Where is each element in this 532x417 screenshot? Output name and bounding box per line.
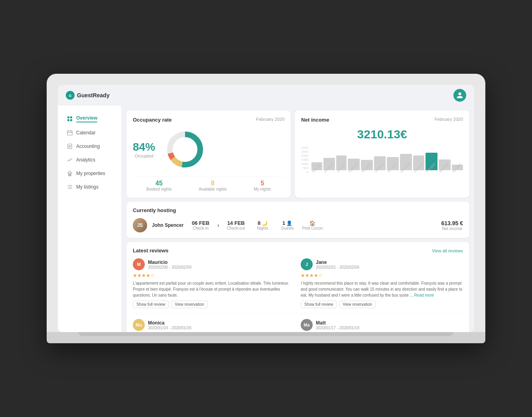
read-more-link[interactable]: Read more: [413, 293, 434, 297]
hosting-row: JS John Spencer 06 FEB Check-in › 14 FEB…: [133, 218, 463, 232]
guests-stat: 1 👤 Guests: [278, 220, 298, 230]
nights-stat: 8 🌙 Nights: [253, 220, 273, 230]
guest-name: John Spencer: [152, 222, 184, 228]
show-full-review-btn[interactable]: Show full review: [301, 301, 337, 308]
reviews-header: Latest reviews View all reviews: [133, 248, 463, 254]
moon-icon: 🌙: [262, 220, 268, 226]
my-nights-label: My nights: [254, 187, 271, 191]
review-user-row: Ma Matt 2020/01/17 - 2020/01/19: [301, 319, 463, 331]
sidebar: Overview Calendar Acco: [58, 106, 122, 332]
checkin-label: Check-in: [193, 226, 208, 230]
review-avatar-inner: J: [301, 258, 313, 270]
booked-nights: 45 Booked nights: [146, 180, 171, 191]
occupancy-header: Occupancy rate February 2020: [133, 117, 284, 123]
property-icon: 🏠: [309, 220, 315, 226]
occupancy-date: February 2020: [256, 117, 285, 122]
user-avatar-button[interactable]: [453, 89, 466, 102]
list-icon: [67, 184, 73, 190]
guests-value: 1: [282, 220, 285, 226]
review-user-name: Matt: [316, 320, 359, 326]
y-axis: 3000 2500 2000 1500 1000 500 0: [301, 146, 310, 174]
booked-nights-label: Booked nights: [146, 187, 171, 191]
review-user-info: Jane 2020/02/01 - 2020/02/06: [316, 260, 359, 269]
occupancy-body: 84% Occupied: [133, 128, 284, 171]
sidebar-item-my-listings[interactable]: My listings: [60, 181, 119, 193]
review-date: 2020/01/24 - 2020/01/26: [148, 326, 191, 330]
checkin-detail: 06 FEB Check-in: [189, 220, 213, 230]
view-reservation-btn[interactable]: View reservation: [171, 301, 208, 308]
my-nights: 5 My nights: [254, 180, 271, 191]
net-income-header: Net income February 2020: [301, 117, 463, 123]
checkout-date: 14 FEB: [227, 220, 245, 226]
bar-col: Aug 2019: [348, 159, 360, 174]
sidebar-item-overview[interactable]: Overview: [60, 112, 119, 126]
bar-col: Dec 2019: [400, 154, 412, 174]
occupancy-percentage: 84%: [133, 141, 155, 153]
bar-col: Jan 2020: [413, 155, 425, 174]
review-avatar: Ma: [301, 319, 313, 331]
view-all-reviews-link[interactable]: View all reviews: [432, 248, 463, 253]
stars: ★★★★☆: [301, 273, 463, 278]
hosting-title: Currently hosting: [133, 207, 463, 213]
review-user-info: Monica 2020/01/24 - 2020/01/26: [148, 320, 191, 330]
sidebar-accounting-label: Accounting: [76, 144, 100, 149]
sidebar-item-accounting[interactable]: Accounting: [60, 140, 119, 153]
review-avatar-inner: M: [133, 258, 145, 270]
svg-text:G: G: [69, 94, 71, 98]
my-nights-num: 5: [254, 180, 271, 187]
bar-col: Sep 2019: [361, 160, 373, 174]
main-content: Occupancy rate February 2020 84% Occupie…: [122, 106, 474, 332]
stars: ★★★★☆: [133, 273, 295, 278]
sidebar-analytics-label: Analytics: [76, 157, 95, 163]
review-user-info: Matt 2020/01/17 - 2020/01/19: [316, 320, 359, 330]
sidebar-item-analytics[interactable]: Analytics: [60, 153, 119, 166]
net-income-title: Net income: [301, 117, 329, 123]
sidebar-item-my-properties[interactable]: My properties: [60, 167, 119, 180]
svg-rect-6: [67, 131, 72, 135]
review-item: Mo Monica 2020/01/24 - 2020/01/26 ★★★★★: [133, 319, 295, 332]
sidebar-listings-label: My listings: [76, 184, 99, 190]
review-text: L'appartement est parfait pour un couple…: [133, 280, 295, 298]
review-user-info: Mauricio 2020/02/06 - 2020/02/09: [148, 260, 191, 269]
svg-rect-3: [70, 116, 72, 118]
property-stat: 🏠 Petit Cocon: [302, 220, 323, 230]
sidebar-item-calendar[interactable]: Calendar: [60, 126, 119, 139]
show-full-review-btn[interactable]: Show full review: [133, 301, 169, 308]
review-item: J Jane 2020/02/01 - 2020/02/06 ★★★★☆ I h…: [301, 258, 463, 313]
review-actions: Show full review View reservation: [301, 301, 463, 308]
bar-col: Apr 2020: [452, 165, 463, 174]
sidebar-calendar-label: Calendar: [76, 130, 96, 136]
review-user-name: Jane: [316, 260, 359, 265]
review-avatar-inner: Ma: [301, 319, 313, 331]
bar-col: Oct 2019: [374, 156, 385, 174]
review-actions: Show full review View reservation: [133, 301, 295, 308]
guests-label: Guests: [281, 226, 294, 230]
review-item: Ma Matt 2020/01/17 - 2020/01/19 ★★★★★: [301, 319, 463, 332]
reviews-grid: M Mauricio 2020/02/06 - 2020/02/09 ★★★★☆…: [133, 258, 463, 332]
view-reservation-btn[interactable]: View reservation: [339, 301, 376, 308]
calendar-icon: [67, 130, 73, 136]
review-date: 2020/02/06 - 2020/02/09: [148, 265, 191, 269]
property-label: Petit Cocon: [302, 226, 323, 230]
occupancy-label: Occupied: [133, 153, 155, 158]
svg-point-19: [67, 185, 68, 186]
bar-chart: May 201Jun 2019Jul 2019Aug 2019Sep 2019O…: [311, 146, 463, 174]
net-income-value: 3210.13€: [301, 128, 463, 141]
checkout-label: Check-out: [227, 226, 245, 230]
nights-row: 45 Booked nights 8 Available nights 5 My…: [133, 176, 284, 191]
available-nights-num: 8: [199, 180, 227, 187]
guest-avatar: JS: [133, 218, 147, 232]
arrow-icon: ›: [217, 222, 219, 228]
reviews-title: Latest reviews: [133, 248, 169, 254]
top-cards-row: Occupancy rate February 2020 84% Occupie…: [126, 110, 469, 198]
donut-chart: [163, 128, 207, 171]
hosting-net-income-value: 613.95 €: [441, 220, 463, 226]
review-avatar-inner: Mo: [133, 319, 145, 331]
bar-col: May 201: [311, 162, 322, 174]
sidebar-properties-label: My properties: [76, 171, 105, 176]
svg-rect-5: [70, 119, 72, 121]
review-date: 2020/02/01 - 2020/02/06: [316, 265, 359, 269]
checkin-date: 06 FEB: [192, 220, 209, 226]
hosting-net-income-label: Net income: [442, 226, 462, 231]
top-bar: G GuestReady: [58, 85, 474, 106]
